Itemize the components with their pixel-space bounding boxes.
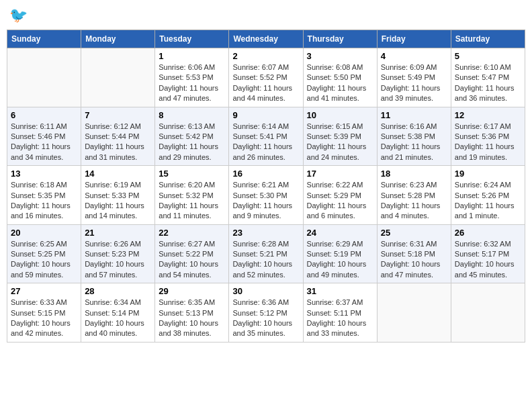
day-info: Sunrise: 6:33 AM Sunset: 5:15 PM Dayligh… <box>11 298 77 339</box>
day-number: 23 <box>232 228 299 238</box>
day-info: Sunrise: 6:29 AM Sunset: 5:19 PM Dayligh… <box>307 239 373 281</box>
calendar-cell: 17Sunrise: 6:22 AM Sunset: 5:29 PM Dayli… <box>303 166 377 225</box>
day-info: Sunrise: 6:31 AM Sunset: 5:18 PM Dayligh… <box>381 239 447 281</box>
calendar-cell: 14Sunrise: 6:19 AM Sunset: 5:33 PM Dayli… <box>81 166 155 225</box>
calendar-cell <box>7 48 81 107</box>
day-number: 4 <box>381 51 447 61</box>
day-info: Sunrise: 6:17 AM Sunset: 5:36 PM Dayligh… <box>455 122 521 163</box>
day-header-sunday: Sunday <box>7 30 81 48</box>
day-info: Sunrise: 6:20 AM Sunset: 5:32 PM Dayligh… <box>159 180 225 222</box>
calendar-cell: 16Sunrise: 6:21 AM Sunset: 5:30 PM Dayli… <box>229 166 303 225</box>
day-info: Sunrise: 6:35 AM Sunset: 5:13 PM Dayligh… <box>159 298 225 339</box>
calendar-cell: 25Sunrise: 6:31 AM Sunset: 5:18 PM Dayli… <box>377 224 451 283</box>
day-info: Sunrise: 6:24 AM Sunset: 5:26 PM Dayligh… <box>455 180 521 222</box>
logo-bird-icon: 🐦 <box>9 7 28 24</box>
calendar-cell: 12Sunrise: 6:17 AM Sunset: 5:36 PM Dayli… <box>451 107 525 166</box>
calendar-cell: 7Sunrise: 6:12 AM Sunset: 5:44 PM Daylig… <box>81 107 155 166</box>
day-number: 16 <box>232 169 299 179</box>
day-info: Sunrise: 6:06 AM Sunset: 5:53 PM Dayligh… <box>159 62 225 104</box>
day-number: 14 <box>85 169 151 179</box>
calendar-cell: 3Sunrise: 6:08 AM Sunset: 5:50 PM Daylig… <box>303 48 377 107</box>
calendar-week-2: 6Sunrise: 6:11 AM Sunset: 5:46 PM Daylig… <box>7 107 525 166</box>
calendar-cell: 24Sunrise: 6:29 AM Sunset: 5:19 PM Dayli… <box>303 224 377 283</box>
calendar-cell: 19Sunrise: 6:24 AM Sunset: 5:26 PM Dayli… <box>451 166 525 225</box>
logo: 🐦 <box>9 7 28 24</box>
day-info: Sunrise: 6:37 AM Sunset: 5:11 PM Dayligh… <box>307 298 373 339</box>
calendar-cell: 31Sunrise: 6:37 AM Sunset: 5:11 PM Dayli… <box>303 283 377 342</box>
day-header-wednesday: Wednesday <box>229 30 303 48</box>
day-number: 6 <box>11 110 77 120</box>
calendar-week-4: 20Sunrise: 6:25 AM Sunset: 5:25 PM Dayli… <box>7 224 525 283</box>
calendar-cell: 30Sunrise: 6:36 AM Sunset: 5:12 PM Dayli… <box>229 283 303 342</box>
day-info: Sunrise: 6:25 AM Sunset: 5:25 PM Dayligh… <box>11 239 77 281</box>
calendar-cell: 23Sunrise: 6:28 AM Sunset: 5:21 PM Dayli… <box>229 224 303 283</box>
day-info: Sunrise: 6:28 AM Sunset: 5:21 PM Dayligh… <box>232 239 299 281</box>
calendar-cell: 26Sunrise: 6:32 AM Sunset: 5:17 PM Dayli… <box>451 224 525 283</box>
day-header-tuesday: Tuesday <box>155 30 229 48</box>
day-info: Sunrise: 6:07 AM Sunset: 5:52 PM Dayligh… <box>232 62 299 104</box>
day-number: 8 <box>159 110 225 120</box>
calendar-body: 1Sunrise: 6:06 AM Sunset: 5:53 PM Daylig… <box>7 48 525 342</box>
calendar-table: SundayMondayTuesdayWednesdayThursdayFrid… <box>7 30 525 342</box>
day-info: Sunrise: 6:34 AM Sunset: 5:14 PM Dayligh… <box>85 298 151 339</box>
calendar-header-row: SundayMondayTuesdayWednesdayThursdayFrid… <box>7 30 525 48</box>
calendar-cell: 15Sunrise: 6:20 AM Sunset: 5:32 PM Dayli… <box>155 166 229 225</box>
calendar-cell: 1Sunrise: 6:06 AM Sunset: 5:53 PM Daylig… <box>155 48 229 107</box>
day-number: 19 <box>455 169 521 179</box>
day-number: 30 <box>232 286 299 296</box>
calendar-cell: 27Sunrise: 6:33 AM Sunset: 5:15 PM Dayli… <box>7 283 81 342</box>
day-info: Sunrise: 6:21 AM Sunset: 5:30 PM Dayligh… <box>232 180 299 222</box>
day-number: 21 <box>85 228 151 238</box>
day-info: Sunrise: 6:09 AM Sunset: 5:49 PM Dayligh… <box>381 62 447 104</box>
calendar-cell: 2Sunrise: 6:07 AM Sunset: 5:52 PM Daylig… <box>229 48 303 107</box>
day-number: 29 <box>159 286 225 296</box>
day-number: 27 <box>11 286 77 296</box>
calendar-week-3: 13Sunrise: 6:18 AM Sunset: 5:35 PM Dayli… <box>7 166 525 225</box>
calendar-cell: 20Sunrise: 6:25 AM Sunset: 5:25 PM Dayli… <box>7 224 81 283</box>
day-number: 12 <box>455 110 521 120</box>
day-info: Sunrise: 6:32 AM Sunset: 5:17 PM Dayligh… <box>455 239 521 281</box>
day-number: 5 <box>455 51 521 61</box>
calendar-week-1: 1Sunrise: 6:06 AM Sunset: 5:53 PM Daylig… <box>7 48 525 107</box>
day-info: Sunrise: 6:18 AM Sunset: 5:35 PM Dayligh… <box>11 180 77 222</box>
day-info: Sunrise: 6:27 AM Sunset: 5:22 PM Dayligh… <box>159 239 225 281</box>
day-header-thursday: Thursday <box>303 30 377 48</box>
day-number: 11 <box>381 110 447 120</box>
calendar-cell <box>377 283 451 342</box>
day-info: Sunrise: 6:22 AM Sunset: 5:29 PM Dayligh… <box>307 180 373 222</box>
calendar-cell: 22Sunrise: 6:27 AM Sunset: 5:22 PM Dayli… <box>155 224 229 283</box>
calendar-cell: 29Sunrise: 6:35 AM Sunset: 5:13 PM Dayli… <box>155 283 229 342</box>
day-number: 31 <box>307 286 373 296</box>
calendar-cell: 28Sunrise: 6:34 AM Sunset: 5:14 PM Dayli… <box>81 283 155 342</box>
page-header: 🐦 <box>7 7 525 24</box>
day-info: Sunrise: 6:11 AM Sunset: 5:46 PM Dayligh… <box>11 122 77 163</box>
calendar-cell: 4Sunrise: 6:09 AM Sunset: 5:49 PM Daylig… <box>377 48 451 107</box>
day-header-friday: Friday <box>377 30 451 48</box>
day-number: 24 <box>307 228 373 238</box>
day-info: Sunrise: 6:13 AM Sunset: 5:42 PM Dayligh… <box>159 122 225 163</box>
calendar-cell: 6Sunrise: 6:11 AM Sunset: 5:46 PM Daylig… <box>7 107 81 166</box>
calendar-cell: 5Sunrise: 6:10 AM Sunset: 5:47 PM Daylig… <box>451 48 525 107</box>
day-info: Sunrise: 6:26 AM Sunset: 5:23 PM Dayligh… <box>85 239 151 281</box>
day-number: 3 <box>307 51 373 61</box>
day-info: Sunrise: 6:36 AM Sunset: 5:12 PM Dayligh… <box>232 298 299 339</box>
day-number: 9 <box>232 110 299 120</box>
day-info: Sunrise: 6:12 AM Sunset: 5:44 PM Dayligh… <box>85 122 151 163</box>
day-number: 25 <box>381 228 447 238</box>
day-number: 22 <box>159 228 225 238</box>
calendar-cell: 21Sunrise: 6:26 AM Sunset: 5:23 PM Dayli… <box>81 224 155 283</box>
calendar-cell <box>451 283 525 342</box>
day-info: Sunrise: 6:19 AM Sunset: 5:33 PM Dayligh… <box>85 180 151 222</box>
calendar-cell: 9Sunrise: 6:14 AM Sunset: 5:41 PM Daylig… <box>229 107 303 166</box>
day-number: 17 <box>307 169 373 179</box>
day-header-monday: Monday <box>81 30 155 48</box>
day-number: 26 <box>455 228 521 238</box>
day-info: Sunrise: 6:15 AM Sunset: 5:39 PM Dayligh… <box>307 122 373 163</box>
day-number: 10 <box>307 110 373 120</box>
day-number: 18 <box>381 169 447 179</box>
day-number: 20 <box>11 228 77 238</box>
day-info: Sunrise: 6:10 AM Sunset: 5:47 PM Dayligh… <box>455 62 521 104</box>
calendar-cell: 11Sunrise: 6:16 AM Sunset: 5:38 PM Dayli… <box>377 107 451 166</box>
day-info: Sunrise: 6:23 AM Sunset: 5:28 PM Dayligh… <box>381 180 447 222</box>
day-number: 28 <box>85 286 151 296</box>
